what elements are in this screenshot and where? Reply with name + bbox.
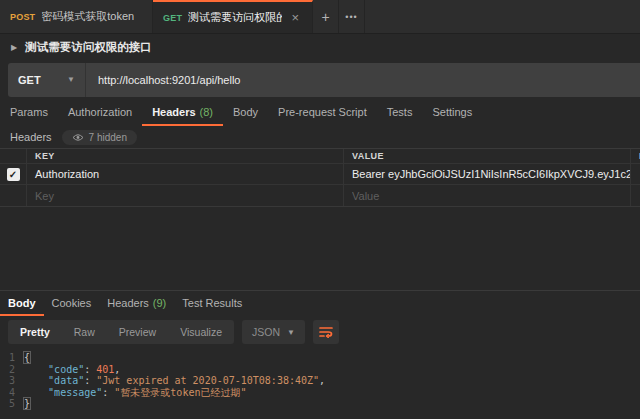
subtab-count: (8) [200,106,213,118]
subtab-label: Settings [432,106,472,118]
method-dropdown-value: GET [18,74,41,86]
close-tab-icon[interactable]: × [288,9,302,26]
table-row-new [0,185,640,206]
code-line: 2 "code": 401, [0,364,640,376]
response-tab-label: Body [8,297,36,309]
view-mode-raw[interactable]: Raw [62,320,107,344]
hidden-headers-label: 7 hidden [89,132,127,143]
line-number: 1 [0,352,24,364]
code-line: 4 "message": "暂未登录或token已经过期" [0,387,640,399]
subtab-label: Pre-request Script [278,106,367,118]
new-key-input[interactable] [35,190,335,202]
request-title: 测试需要访问权限的接口 [25,40,152,55]
code-line: 5} [0,398,640,410]
request-subtabs: ParamsAuthorizationHeaders(8)BodyPre-req… [0,99,640,126]
response-tabs: BodyCookiesHeaders(9)Test Results [0,291,640,316]
wrap-lines-icon [319,326,333,338]
row-checkbox[interactable]: ✓ [7,168,20,181]
line-number: 4 [0,387,24,399]
hidden-headers-toggle[interactable]: 7 hidden [62,130,137,145]
code-line: 1{ [0,352,640,364]
request-subtab-settings[interactable]: Settings [422,99,482,126]
line-number: 3 [0,375,24,387]
table-row: ✓ Authorization Bearer eyJhbGciOiJSUzI1N… [0,164,640,185]
collapse-arrow-icon[interactable]: ▶ [11,43,17,52]
chevron-down-icon: ▼ [287,328,295,337]
line-number: 5 [0,398,24,410]
chevron-down-icon: ▼ [67,75,75,84]
response-panel: BodyCookiesHeaders(9)Test Results Pretty… [0,290,640,419]
view-mode-visualize[interactable]: Visualize [168,320,234,344]
request-subtab-pre-request-script[interactable]: Pre-request Script [268,99,377,126]
view-mode-switcher: PrettyRawPreviewVisualize [8,320,234,344]
method-badge-get: GET [163,13,182,23]
request-subtab-tests[interactable]: Tests [377,99,423,126]
method-badge-post: POST [10,12,35,22]
line-content: } [24,398,30,410]
tab-title: 测试需要访问权限的接口 [188,10,282,25]
code-line: 3 "data": "Jwt expired at 2020-07-10T08:… [0,375,640,387]
headers-meta-row: Headers 7 hidden [0,126,640,148]
request-title-row: ▶ 测试需要访问权限的接口 [0,34,640,60]
subtab-label: Params [10,106,48,118]
method-dropdown[interactable]: GET ▼ [8,63,86,97]
response-tab-label: Cookies [52,297,92,309]
request-subtab-headers[interactable]: Headers(8) [142,99,223,126]
new-tab-button[interactable]: + [313,0,339,33]
postman-window: POST 密码模式获取token GET 测试需要访问权限的接口 × + •••… [0,0,640,419]
new-value-input[interactable] [352,190,622,202]
response-tab-body[interactable]: Body [0,291,44,316]
request-subtab-authorization[interactable]: Authorization [58,99,142,126]
line-content: "message": "暂未登录或token已经过期" [24,387,246,399]
table-header-row: KEY VALUE DESCRIPTION [0,149,640,164]
response-view-controls: PrettyRawPreviewVisualize JSON ▼ [0,316,640,348]
url-bar: GET ▼ [8,63,640,97]
header-value-cell[interactable]: Bearer eyJhbGciOiJSUzI1NiIsInR5cCI6IkpXV… [343,164,630,184]
request-tab-protected-api[interactable]: GET 测试需要访问权限的接口 × [153,0,313,33]
tab-title: 密码模式获取token [41,9,134,24]
request-subtab-body[interactable]: Body [223,99,268,126]
line-number: 2 [0,364,24,376]
url-input[interactable] [86,63,640,97]
response-tab-cookies[interactable]: Cookies [44,291,100,316]
tab-options-button[interactable]: ••• [339,0,365,33]
response-tab-count: (9) [153,297,166,309]
line-content: "code": 401, [24,364,120,376]
response-tab-label: Test Results [182,297,242,309]
response-body-json: 1{2 "code": 401,3 "data": "Jwt expired a… [0,348,640,419]
subtab-label: Authorization [68,106,132,118]
column-header-description: DESCRIPTION [630,149,640,163]
eye-icon [72,133,84,142]
subtab-label: Tests [387,106,413,118]
subtab-label: Headers [152,106,195,118]
response-tab-headers[interactable]: Headers(9) [99,291,174,316]
format-dropdown-value: JSON [252,326,280,338]
header-description-cell[interactable] [630,164,640,184]
line-content: { [24,352,30,364]
format-dropdown[interactable]: JSON ▼ [242,320,305,344]
headers-table: KEY VALUE DESCRIPTION ✓ Authorization Be… [0,148,640,207]
column-header-key: KEY [26,149,343,163]
request-subtab-params[interactable]: Params [0,99,58,126]
subtab-label: Body [233,106,258,118]
tab-bar: POST 密码模式获取token GET 测试需要访问权限的接口 × + ••• [0,0,640,34]
response-tab-test-results[interactable]: Test Results [174,291,250,316]
wrap-lines-button[interactable] [313,320,339,344]
header-key-cell[interactable]: Authorization [26,164,343,184]
url-row: GET ▼ [0,60,640,99]
column-header-value: VALUE [343,149,630,163]
request-tab-post-token[interactable]: POST 密码模式获取token [0,0,153,33]
line-content: "data": "Jwt expired at 2020-07-10T08:38… [24,375,325,387]
empty-area [0,207,640,290]
view-mode-pretty[interactable]: Pretty [8,320,62,344]
view-mode-preview[interactable]: Preview [107,320,168,344]
response-tab-label: Headers [107,297,149,309]
headers-section-label: Headers [10,131,52,143]
